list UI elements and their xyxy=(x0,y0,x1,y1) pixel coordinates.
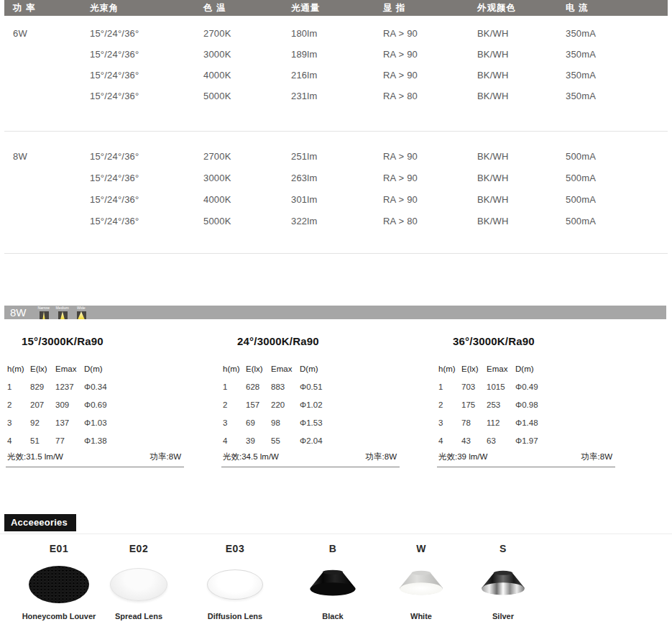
cell-current: 500mA xyxy=(566,216,672,226)
honeycomb-louver-icon xyxy=(29,557,89,612)
diffusion-lens-icon xyxy=(207,557,263,612)
cell-cri: RA > 90 xyxy=(383,173,477,183)
spread-lens-icon xyxy=(110,557,167,612)
cell-cri: RA > 90 xyxy=(383,194,477,205)
accessory-name: White xyxy=(410,612,432,620)
table-row: 3 69 98 Φ1.53 xyxy=(221,413,402,431)
accessory-name: Diffusion Lens xyxy=(208,612,262,620)
accessory-code: E01 xyxy=(50,543,68,557)
table-row: 8W 15°/24°/36° 2700K 251lm RA > 90 BK/WH… xyxy=(0,145,672,167)
cell-color: BK/WH xyxy=(477,173,566,183)
header-power: 功 率 xyxy=(13,2,90,14)
accessory-name: Honeycomb Louver xyxy=(22,612,96,620)
table-row: 1 703 1015 Φ0.49 xyxy=(437,377,618,395)
accessory-e03: E03 Diffusion Lens xyxy=(188,543,282,629)
table-row: 15°/24°/36° 5000K 322lm RA > 80 BK/WH 50… xyxy=(0,210,672,232)
cell-beam-angle: 15°/24°/36° xyxy=(90,173,203,183)
accessory-black: B Black xyxy=(285,543,380,629)
cell-current: 350mA xyxy=(566,49,672,60)
header-current: 电 流 xyxy=(566,2,668,14)
header-housing-color: 外观颜色 xyxy=(477,2,566,14)
table-row: 2 175 253 Φ0.98 xyxy=(437,395,618,413)
cell-flux: 301lm xyxy=(291,194,383,205)
header-cri: 显 指 xyxy=(383,2,477,14)
efficacy-value: 光效:39 lm/W xyxy=(438,452,487,462)
accessory-e02: E02 Spread Lens xyxy=(91,543,186,629)
table-row: 3 92 137 Φ1.03 xyxy=(6,413,187,431)
cell-color: BK/WH xyxy=(477,151,566,162)
cell-flux: 263lm xyxy=(291,173,383,183)
accessory-code: S xyxy=(500,543,507,557)
beam-narrow-label: Narrow xyxy=(38,306,50,311)
beam-bar-power-label: 8W xyxy=(4,306,27,319)
table-row: 15°/24°/36° 3000K 263lm RA > 90 BK/WH 50… xyxy=(0,167,672,188)
silver-reflector-icon xyxy=(479,557,527,612)
cell-color: BK/WH xyxy=(477,91,566,101)
cell-cct: 5000K xyxy=(203,91,291,101)
cell-cri: RA > 90 xyxy=(383,70,477,81)
divider xyxy=(4,131,668,132)
cell-flux: 180lm xyxy=(291,28,383,39)
cell-cct: 4000K xyxy=(203,194,291,205)
accessory-code: B xyxy=(329,543,337,557)
table-row: 15°/24°/36° 5000K 231lm RA > 80 BK/WH 35… xyxy=(0,86,672,106)
cell-beam-angle: 15°/24°/36° xyxy=(90,194,203,205)
beam-medium-label: Medium xyxy=(56,306,69,311)
cell-flux: 251lm xyxy=(291,151,383,162)
table-row: 2 207 309 Φ0.69 xyxy=(6,395,187,413)
divider xyxy=(4,253,668,254)
table-row: 15°/24°/36° 4000K 216lm RA > 90 BK/WH 35… xyxy=(0,65,672,86)
photometry-header-row: h(m) E(lx) Emax D(m) xyxy=(6,359,187,377)
accessory-code: W xyxy=(416,543,426,557)
cell-current: 350mA xyxy=(566,91,672,101)
cell-cri: RA > 90 xyxy=(383,28,477,39)
cell-cri: RA > 80 xyxy=(383,216,477,226)
power-value: 功率:8W xyxy=(581,452,612,462)
cell-current: 500mA xyxy=(566,194,672,205)
efficacy-value: 光效:34.5 lm/W xyxy=(223,452,279,462)
beam-icons: Narrow Medium Wide xyxy=(38,306,88,319)
cell-current: 500mA xyxy=(566,173,672,183)
cell-cct: 2700K xyxy=(203,28,291,39)
table-row: 1 829 1237 Φ0.34 xyxy=(6,377,187,395)
photometry-footer: 光效:34.5 lm/W 功率:8W xyxy=(221,449,400,467)
cell-cct: 5000K xyxy=(203,216,291,226)
table-row: 2 157 220 Φ1.02 xyxy=(221,395,402,413)
accessory-white: W White xyxy=(374,543,469,629)
spec-group-6w: 6W 15°/24°/36° 2700K 180lm RA > 90 BK/WH… xyxy=(0,23,672,106)
header-luminous-flux: 光通量 xyxy=(291,2,383,14)
accessories-section-label: Acceeeories xyxy=(4,514,76,531)
photometry-header-row: h(m) E(lx) Emax D(m) xyxy=(437,359,618,377)
cell-cct: 3000K xyxy=(203,173,291,183)
cell-current: 500mA xyxy=(566,151,672,162)
beam-wide: Wide xyxy=(75,306,88,319)
accessory-name: Silver xyxy=(492,612,514,620)
cell-color: BK/WH xyxy=(477,70,566,81)
table-row: 4 51 77 Φ1.38 xyxy=(6,431,187,449)
power-value: 功率:8W xyxy=(366,452,397,462)
power-value: 6W xyxy=(13,28,90,39)
cell-cri: RA > 80 xyxy=(383,91,477,101)
table-row: 4 43 63 Φ1.97 xyxy=(437,431,618,449)
narrow-beam-icon xyxy=(40,311,49,319)
accessory-silver: S Silver xyxy=(456,543,551,629)
beam-medium: Medium xyxy=(57,306,69,319)
cell-current: 350mA xyxy=(566,28,672,39)
photometry-footer: 光效:31.5 lm/W 功率:8W xyxy=(6,449,184,467)
power-value: 8W xyxy=(13,151,90,162)
cell-flux: 231lm xyxy=(291,91,383,101)
cell-cct: 4000K xyxy=(203,70,291,81)
beam-narrow: Narrow xyxy=(38,306,50,319)
cell-color: BK/WH xyxy=(477,194,566,205)
medium-beam-icon xyxy=(58,311,68,319)
wide-beam-icon xyxy=(77,311,86,319)
table-row: 4 39 55 Φ2.04 xyxy=(221,431,402,449)
cell-beam-angle: 15°/24°/36° xyxy=(90,91,203,101)
table-row: 3 78 112 Φ1.48 xyxy=(437,413,618,431)
white-reflector-icon xyxy=(397,557,445,612)
photometry-title: 15°/3000K/Ra90 xyxy=(22,335,103,347)
photometry-title: 24°/3000K/Ra90 xyxy=(237,335,319,347)
cell-cct: 3000K xyxy=(203,49,291,60)
photometry-title: 36°/3000K/Ra90 xyxy=(453,335,535,347)
efficacy-value: 光效:31.5 lm/W xyxy=(7,452,63,462)
